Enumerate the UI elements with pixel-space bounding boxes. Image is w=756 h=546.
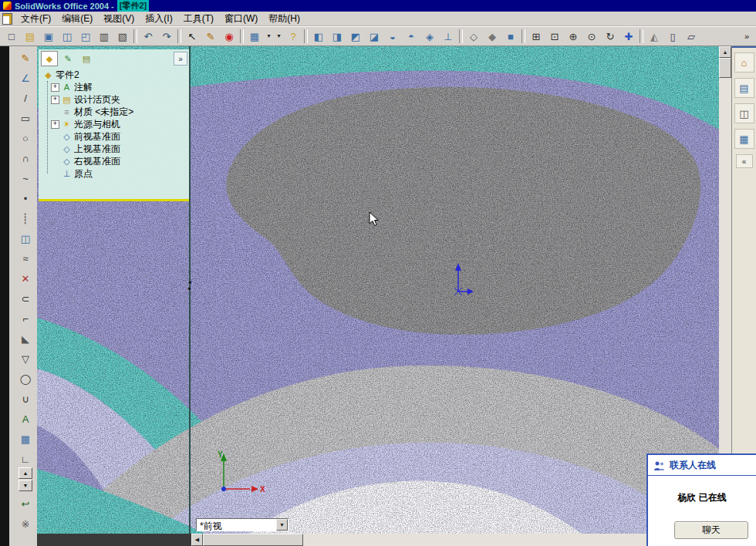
wireframe-button[interactable]: ◇ bbox=[464, 27, 483, 46]
panel-splitter-arrows[interactable]: ◄ ► bbox=[186, 279, 194, 292]
tab-featuremanager[interactable]: ◆ bbox=[41, 51, 58, 66]
redo-button[interactable]: ↷ bbox=[157, 27, 176, 46]
parabola-tool[interactable]: ∪ bbox=[15, 389, 35, 409]
select-tool-button[interactable]: ↖ bbox=[183, 27, 201, 46]
rotate-view-button[interactable]: ↻ bbox=[601, 27, 619, 46]
vertical-scroll-thumb[interactable] bbox=[719, 58, 731, 78]
zoom-selection-button[interactable]: ⊙ bbox=[582, 27, 601, 46]
mirror-tool[interactable]: ◫ bbox=[15, 228, 35, 248]
tree-expander-icon[interactable]: + bbox=[51, 83, 59, 92]
tool-options[interactable]: ※ bbox=[15, 514, 35, 534]
toolbar-overflow-button[interactable]: » bbox=[741, 28, 753, 45]
tree-item-design-binder[interactable]: + ▤ 设计活页夹 bbox=[51, 93, 188, 106]
tab-configurationmanager[interactable]: ▤ bbox=[78, 51, 95, 66]
view-settings-dropdown[interactable]: ▾ bbox=[274, 27, 284, 46]
panel-expand-button[interactable]: » bbox=[174, 52, 187, 66]
chat-button[interactable]: 聊天 bbox=[674, 521, 748, 539]
tree-item-top-plane[interactable]: ◇ 上视基准面 bbox=[51, 143, 188, 155]
view-orientation-dropdown-button[interactable]: ▼ bbox=[276, 519, 288, 531]
open-button[interactable]: ▤ bbox=[21, 27, 39, 46]
window-tile-button[interactable]: ▯ bbox=[663, 27, 682, 46]
toolbar-scroll-down-button[interactable]: ▼ bbox=[19, 480, 32, 491]
line-tool[interactable]: / bbox=[15, 88, 35, 108]
tree-item-origin[interactable]: ⊥ 原点 bbox=[51, 167, 188, 180]
task-pane-collapse-button[interactable]: « bbox=[736, 154, 753, 168]
dimension-tool[interactable]: ∠ bbox=[15, 68, 35, 88]
tab-propertymanager[interactable]: ✎ bbox=[59, 51, 76, 66]
rectangle-tool[interactable]: ▭ bbox=[15, 108, 35, 128]
file-explorer-button[interactable]: ◫ bbox=[734, 103, 754, 123]
menu-insert[interactable]: 插入(I) bbox=[140, 11, 177, 27]
view-orientation-combobox[interactable]: *前视 ▼ bbox=[196, 518, 289, 531]
circle-tool[interactable]: ○ bbox=[15, 128, 35, 148]
solidworks-resources-button[interactable]: ⌂ bbox=[734, 52, 754, 72]
sketch-button[interactable]: ✎ bbox=[201, 27, 220, 46]
centerline-tool[interactable]: ┊ bbox=[15, 208, 35, 228]
tree-item-annotations[interactable]: + A 注解 bbox=[51, 81, 188, 93]
right-view-button[interactable]: ◪ bbox=[365, 27, 383, 46]
document-icon[interactable] bbox=[2, 13, 12, 25]
bottom-view-button[interactable]: ◓ bbox=[402, 27, 420, 46]
chamfer-tool[interactable]: ◣ bbox=[15, 329, 35, 349]
zoom-area-button[interactable]: ⊡ bbox=[545, 27, 564, 46]
tree-item-front-plane[interactable]: ◇ 前视基准面 bbox=[51, 130, 188, 143]
spline-tool[interactable]: ~ bbox=[15, 168, 35, 188]
grid-button[interactable]: ▦ bbox=[245, 27, 264, 46]
menu-window[interactable]: 窗口(W) bbox=[219, 11, 263, 27]
tree-expander-icon[interactable]: + bbox=[51, 120, 59, 129]
view-palette-button[interactable]: ▦ bbox=[734, 129, 754, 149]
offset-tool[interactable]: ≈ bbox=[15, 248, 35, 268]
toolbar-scroll-up-button[interactable]: ▲ bbox=[19, 467, 32, 479]
fillet-tool[interactable]: ⌐ bbox=[15, 308, 35, 329]
tree-item-material[interactable]: ≡ 材质 <未指定> bbox=[51, 106, 188, 118]
help-button[interactable]: ? bbox=[284, 27, 302, 46]
left-view-button[interactable]: ◩ bbox=[346, 27, 365, 46]
horizontal-scrollbar[interactable]: ◀ ▶ bbox=[191, 534, 719, 546]
menu-file[interactable]: 文件(F) bbox=[15, 11, 56, 27]
pan-button[interactable]: ✚ bbox=[619, 27, 638, 46]
menu-edit[interactable]: 编辑(E) bbox=[56, 11, 98, 27]
normal-to-button[interactable]: ⊥ bbox=[439, 27, 457, 46]
menu-view[interactable]: 视图(V) bbox=[98, 11, 140, 27]
print-preview-button[interactable]: ▧ bbox=[113, 27, 132, 46]
undo-button[interactable]: ↶ bbox=[139, 27, 157, 46]
menu-help[interactable]: 帮助(H) bbox=[263, 11, 305, 27]
design-library-button[interactable]: ▤ bbox=[734, 78, 754, 98]
make-assembly-button[interactable]: ◰ bbox=[76, 27, 95, 46]
new-button[interactable]: □ bbox=[2, 27, 21, 46]
horizontal-scroll-thumb[interactable] bbox=[203, 534, 303, 546]
scroll-up-button[interactable]: ▲ bbox=[719, 46, 731, 58]
text-tool[interactable]: A bbox=[15, 409, 35, 429]
tree-item-lights-cameras[interactable]: + ☀ 光源与相机 bbox=[51, 118, 188, 130]
exit-sketch-tool[interactable]: ↩ bbox=[15, 494, 35, 514]
arc-tool[interactable]: ∩ bbox=[15, 148, 35, 168]
print-button[interactable]: ▥ bbox=[95, 27, 113, 46]
zoom-in-out-button[interactable]: ⊕ bbox=[564, 27, 582, 46]
grid-dropdown[interactable]: ▾ bbox=[264, 27, 274, 46]
shaded-button[interactable]: ■ bbox=[501, 27, 520, 46]
tree-item-part-root[interactable]: ◆ 零件2 bbox=[42, 69, 188, 81]
window-cascade-button[interactable]: ▱ bbox=[682, 27, 700, 46]
ellipse-tool[interactable]: ◯ bbox=[15, 369, 35, 389]
front-view-button[interactable]: ◧ bbox=[309, 27, 328, 46]
zoom-fit-button[interactable]: ⊞ bbox=[527, 27, 545, 46]
section-view-button[interactable]: ◭ bbox=[645, 27, 663, 46]
trim-tool[interactable]: ✕ bbox=[15, 268, 35, 288]
isometric-view-button[interactable]: ◈ bbox=[420, 27, 439, 46]
tree-expander-icon[interactable]: + bbox=[51, 96, 59, 104]
top-view-button[interactable]: ◒ bbox=[383, 27, 402, 46]
point-tool[interactable]: • bbox=[15, 188, 35, 208]
scroll-left-button[interactable]: ◀ bbox=[191, 534, 203, 546]
splitter-collapse-right-icon[interactable]: ► bbox=[187, 285, 192, 292]
measure-tool[interactable]: ∟ bbox=[15, 449, 35, 469]
rebuild-button[interactable]: ◉ bbox=[220, 27, 238, 46]
grid-snap-tool[interactable]: ▦ bbox=[15, 429, 35, 449]
back-view-button[interactable]: ◨ bbox=[328, 27, 346, 46]
save-button[interactable]: ▣ bbox=[39, 27, 58, 46]
hidden-lines-button[interactable]: ◆ bbox=[483, 27, 501, 46]
polygon-tool[interactable]: ▽ bbox=[15, 349, 35, 369]
make-drawing-button[interactable]: ◫ bbox=[58, 27, 76, 46]
sketch-tool[interactable]: ✎ bbox=[15, 48, 35, 68]
splitter-collapse-left-icon[interactable]: ◄ bbox=[187, 279, 192, 285]
menu-tools[interactable]: 工具(T) bbox=[178, 11, 219, 27]
